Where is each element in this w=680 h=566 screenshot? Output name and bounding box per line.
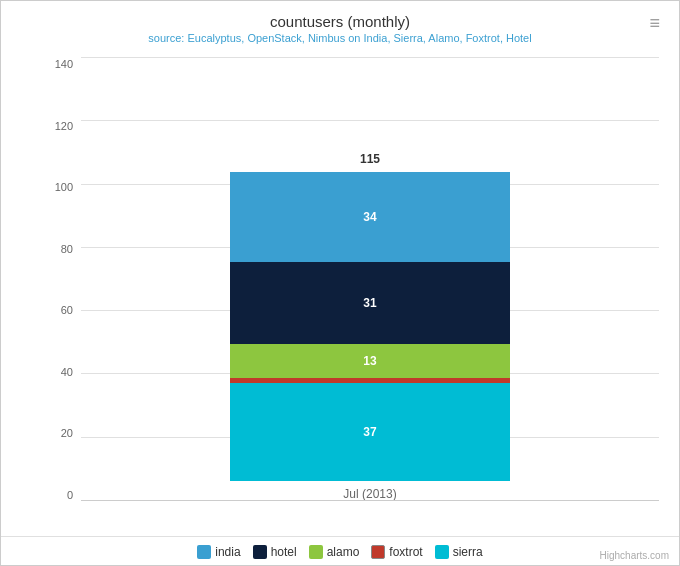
legend-item-hotel[interactable]: hotel	[253, 545, 297, 559]
chart-header: countusers (monthly) source: Eucalyptus,…	[1, 1, 679, 48]
legend-label-alamo: alamo	[327, 545, 360, 559]
legend-label-foxtrot: foxtrot	[389, 545, 422, 559]
x-axis-line	[81, 500, 659, 501]
legend-swatch-foxtrot	[371, 545, 385, 559]
legend-item-sierra[interactable]: sierra	[435, 545, 483, 559]
highcharts-credit: Highcharts.com	[600, 550, 669, 561]
y-axis-label: 60	[61, 304, 73, 316]
legend-swatch-sierra	[435, 545, 449, 559]
chart-source: source: Eucalyptus, OpenStack, Nimbus on…	[41, 32, 639, 44]
bar-group: 34311337 115 Jul (2013)	[230, 172, 510, 501]
legend-swatch-hotel	[253, 545, 267, 559]
legend-swatch-india	[197, 545, 211, 559]
plot-area: 34311337 115 Jul (2013)	[81, 58, 659, 526]
bar-segment-hotel: 31	[230, 262, 510, 344]
chart-container: countusers (monthly) source: Eucalyptus,…	[0, 0, 680, 566]
legend-label-sierra: sierra	[453, 545, 483, 559]
legend-label-india: india	[215, 545, 240, 559]
chart-title: countusers (monthly)	[41, 13, 639, 30]
y-axis-label: 0	[67, 489, 73, 501]
legend-item-india[interactable]: india	[197, 545, 240, 559]
legend-item-foxtrot[interactable]: foxtrot	[371, 545, 422, 559]
legend-swatch-alamo	[309, 545, 323, 559]
y-axis-label: 120	[55, 120, 73, 132]
chart-body: 140120100806040200 34311337 115 Jul (201…	[1, 48, 679, 536]
hamburger-button[interactable]: ≡	[644, 11, 665, 36]
legend-label-hotel: hotel	[271, 545, 297, 559]
y-axis-label: 40	[61, 366, 73, 378]
bar-segment-sierra: 37	[230, 383, 510, 481]
y-axis-label: 80	[61, 243, 73, 255]
legend-item-alamo[interactable]: alamo	[309, 545, 360, 559]
bar-segment-india: 34	[230, 172, 510, 262]
legend: indiahotelalamofoxtrotsierra	[1, 536, 679, 565]
y-axis-label: 100	[55, 181, 73, 193]
bar-stack: 34311337 115	[230, 172, 510, 481]
bars-area: 34311337 115 Jul (2013)	[81, 58, 659, 501]
bar-total-label: 115	[230, 152, 510, 166]
x-axis-label: Jul (2013)	[343, 487, 396, 501]
y-axis: 140120100806040200	[51, 58, 81, 526]
y-axis-label: 20	[61, 427, 73, 439]
y-axis-label: 140	[55, 58, 73, 70]
bar-segment-alamo: 13	[230, 344, 510, 378]
